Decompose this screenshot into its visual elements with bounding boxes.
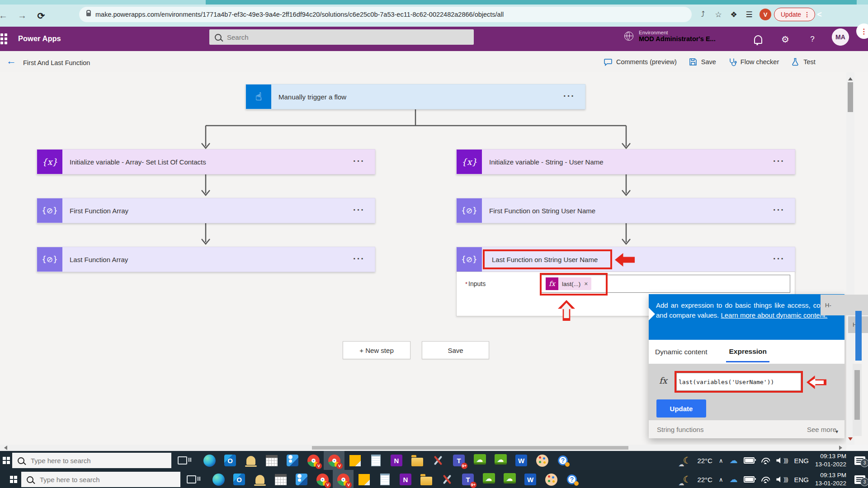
taskbar-app-icon[interactable] <box>344 451 365 470</box>
taskbar-app-icon[interactable]: T9+ <box>448 451 469 470</box>
taskbar-app-icon[interactable]: O <box>229 470 250 488</box>
taskbar-app-icon[interactable] <box>199 451 220 470</box>
node-menu-icon[interactable]: ··· <box>773 205 785 215</box>
weather-moon-icon[interactable]: ☾ <box>683 474 691 485</box>
wifi-icon[interactable] <box>761 476 770 483</box>
scrollbar-thumb[interactable] <box>848 82 853 112</box>
taskbar-app-icon[interactable] <box>241 451 261 470</box>
taskbar-app-icon[interactable]: V <box>324 451 344 470</box>
taskbar-app-icon[interactable]: W <box>520 470 541 488</box>
taskbar-app-icon[interactable] <box>374 470 395 488</box>
caret-down-icon[interactable]: ▾ <box>835 428 838 435</box>
node-last-function-array[interactable]: {⊘} Last Function Array ··· <box>37 247 375 272</box>
node-first-function-string[interactable]: {⊘} First Function on String User Name ·… <box>456 198 795 223</box>
taskbar-app-icon[interactable]: V <box>333 470 354 488</box>
chip-remove-icon[interactable]: × <box>584 280 591 287</box>
taskbar-search-input[interactable] <box>39 475 175 484</box>
taskbar-app-icon[interactable]: V <box>312 470 333 488</box>
tray-expand-icon[interactable]: ∧ <box>719 476 723 483</box>
node-first-function-array[interactable]: {⊘} First Function Array ··· <box>37 198 375 223</box>
taskbar-app-icon[interactable] <box>407 451 428 470</box>
taskbar-app-icon[interactable] <box>282 451 303 470</box>
taskbar-app-icon[interactable] <box>250 470 270 488</box>
volume-icon[interactable]: ))) <box>776 476 788 483</box>
learn-more-link[interactable]: Learn more about dynamic content. <box>721 311 827 319</box>
taskbar-app-icon[interactable]: ? <box>552 451 573 470</box>
browser-reload-icon[interactable]: ⟳ <box>32 10 51 21</box>
node-menu-icon[interactable]: ··· <box>773 253 785 264</box>
node-menu-icon[interactable]: ··· <box>353 205 365 215</box>
canvas-save-button[interactable]: Save <box>422 341 489 359</box>
taskbar-app-icon[interactable]: N <box>386 451 407 470</box>
browser-update-button[interactable]: Update⋮ <box>774 8 815 21</box>
language-indicator[interactable]: ENG <box>794 476 809 483</box>
node-menu-icon[interactable]: ··· <box>563 91 575 101</box>
taskbar-app-icon[interactable] <box>261 451 282 470</box>
taskbar-app-icon[interactable] <box>208 470 229 488</box>
volume-icon[interactable]: ))) <box>776 457 788 464</box>
scroll-right-icon[interactable] <box>839 446 844 450</box>
taskbar-app-icon[interactable]: ☁ <box>469 451 490 470</box>
task-view-icon[interactable] <box>187 475 196 483</box>
taskbar-app-icon[interactable]: W <box>511 451 532 470</box>
notification-center-icon[interactable]: 3 <box>854 456 865 465</box>
environment-picker[interactable]: Environment MOD Administrator's E... <box>624 30 716 42</box>
taskbar-app-icon[interactable] <box>428 451 448 470</box>
tab-dynamic-content[interactable]: Dynamic content <box>655 348 707 356</box>
taskbar-search-box[interactable] <box>12 453 171 468</box>
taskbar-app-icon[interactable]: ☁ <box>478 470 499 488</box>
header-search-input[interactable] <box>226 33 468 42</box>
taskbar-app-icon[interactable] <box>291 470 312 488</box>
settings-gear-icon[interactable]: ⚙ <box>778 33 792 46</box>
test-button[interactable]: Test <box>791 57 816 66</box>
scroll-left-icon[interactable] <box>2 446 7 450</box>
browser-tab[interactable] <box>206 0 857 5</box>
taskbar-app-icon[interactable]: O <box>220 451 241 470</box>
notification-center-icon[interactable]: 3 <box>854 475 865 484</box>
start-button-icon[interactable] <box>3 457 10 465</box>
temperature[interactable]: 22°C <box>697 476 712 483</box>
taskbar-app-icon[interactable]: ? <box>561 470 582 488</box>
panel-scrollbar[interactable] <box>853 364 862 436</box>
taskbar-app-icon[interactable] <box>365 451 386 470</box>
browser-address-bar[interactable]: make.powerapps.com/environments/1771a4b7… <box>79 7 692 22</box>
extensions-icon[interactable]: ❖ <box>726 10 741 19</box>
see-more-link[interactable]: See more <box>807 426 836 433</box>
taskbar-app-icon[interactable] <box>354 470 374 488</box>
taskbar-app-icon[interactable]: ☁ <box>499 470 520 488</box>
weather-moon-icon[interactable]: ☾ <box>683 455 691 466</box>
waffle-menu-icon[interactable] <box>0 33 8 45</box>
comments-button[interactable]: Comments (preview) <box>604 57 677 66</box>
taskbar-app-icon[interactable]: V <box>303 451 324 470</box>
onedrive-icon[interactable]: ☁ <box>729 455 737 465</box>
battery-icon[interactable] <box>744 476 755 483</box>
taskbar-search-input[interactable] <box>30 456 166 465</box>
header-search-box[interactable] <box>209 29 474 45</box>
new-step-button[interactable]: + New step <box>343 341 410 359</box>
flow-checker-button[interactable]: Flow checker <box>728 57 779 66</box>
taskbar-app-icon[interactable] <box>437 470 458 488</box>
node-menu-icon[interactable]: ··· <box>353 253 365 264</box>
notifications-bell-icon[interactable] <box>751 33 765 46</box>
scrollbar-thumb[interactable] <box>312 446 628 450</box>
scroll-up-icon[interactable] <box>848 75 853 80</box>
clock[interactable]: 09:13 PM13-01-2022 <box>815 452 846 469</box>
save-button[interactable]: Save <box>689 57 716 66</box>
language-indicator[interactable]: ENG <box>794 457 809 465</box>
battery-icon[interactable] <box>744 457 755 464</box>
expression-update-button[interactable]: Update <box>656 399 706 418</box>
browser-forward-icon[interactable]: → <box>13 10 32 21</box>
page-url[interactable]: make.powerapps.com/environments/1771a4b7… <box>95 11 504 18</box>
help-icon[interactable]: ? <box>806 33 819 46</box>
account-avatar[interactable]: MA <box>832 28 849 46</box>
tray-expand-icon[interactable]: ∧ <box>719 457 723 464</box>
app-name[interactable]: Power Apps <box>18 34 61 43</box>
node-initialize-variable-array[interactable]: {x} Initialize variable - Array- Set Lis… <box>37 149 375 174</box>
taskbar-app-icon[interactable] <box>270 470 291 488</box>
node-initialize-variable-string[interactable]: {x} Initialize variable - String - User … <box>456 149 795 174</box>
canvas-horizontal-scrollbar[interactable] <box>0 445 846 451</box>
start-button-icon[interactable] <box>10 476 18 483</box>
reading-list-icon[interactable]: ☰ <box>741 10 757 19</box>
node-menu-icon[interactable]: ··· <box>353 156 365 166</box>
taskbar-app-icon[interactable] <box>532 451 552 470</box>
